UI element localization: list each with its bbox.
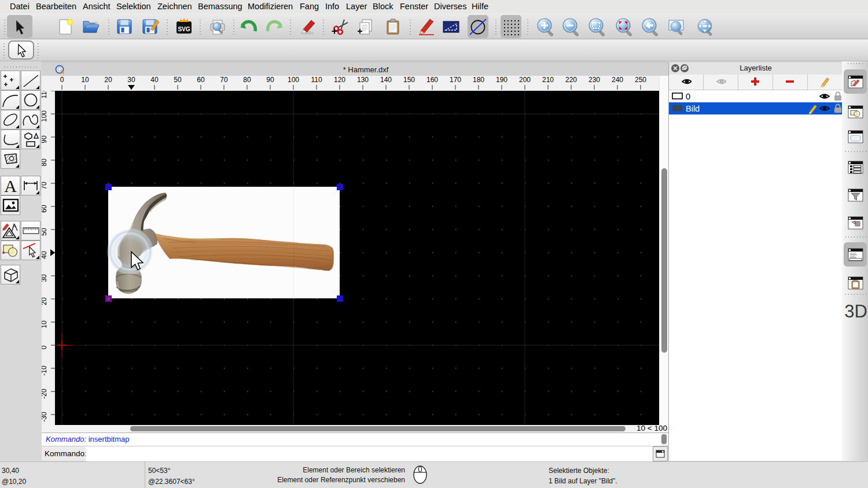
svg-text:70: 70 — [42, 182, 48, 190]
svg-text:20: 20 — [104, 76, 112, 84]
svg-text:40: 40 — [42, 251, 48, 259]
svg-text:170: 170 — [450, 76, 461, 84]
svg-text:190: 190 — [496, 76, 507, 84]
svg-text:40: 40 — [150, 76, 159, 84]
svg-text:60: 60 — [42, 205, 48, 213]
svg-text:110: 110 — [42, 91, 48, 99]
svg-text:50: 50 — [42, 228, 48, 236]
svg-text:0: 0 — [42, 345, 48, 349]
svg-text:-30: -30 — [42, 412, 48, 422]
svg-text:240: 240 — [612, 76, 623, 84]
svg-text:80: 80 — [243, 76, 251, 84]
svg-text:90: 90 — [42, 135, 48, 143]
svg-text:130: 130 — [357, 76, 369, 84]
svg-text:0: 0 — [686, 92, 690, 101]
svg-text:-10: -10 — [42, 365, 48, 376]
svg-text:220: 220 — [565, 76, 577, 84]
svg-text:100: 100 — [288, 76, 299, 84]
svg-text:SVG: SVG — [178, 26, 190, 32]
svg-text:60: 60 — [197, 76, 205, 84]
svg-text:120: 120 — [334, 76, 345, 84]
svg-text:10: 10 — [81, 76, 89, 84]
svg-text:Bild: Bild — [686, 104, 700, 113]
svg-text:70: 70 — [220, 76, 228, 84]
svg-text:0: 0 — [60, 76, 64, 84]
svg-text:150: 150 — [403, 76, 415, 84]
svg-text:10: 10 — [42, 320, 48, 328]
svg-text:180: 180 — [473, 76, 484, 84]
svg-text:90: 90 — [266, 76, 274, 84]
svg-text:30: 30 — [127, 76, 135, 84]
svg-text:230: 230 — [589, 76, 600, 84]
svg-text:100: 100 — [42, 110, 48, 122]
svg-text:30: 30 — [42, 274, 48, 282]
svg-text:80: 80 — [42, 158, 48, 167]
svg-text:20: 20 — [42, 297, 48, 305]
svg-text:140: 140 — [380, 76, 392, 84]
svg-text:250: 250 — [635, 76, 646, 84]
svg-text:50: 50 — [174, 76, 182, 84]
svg-text:-20: -20 — [42, 389, 48, 399]
svg-text:160: 160 — [426, 76, 438, 84]
svg-text:110: 110 — [311, 76, 322, 84]
svg-text:200: 200 — [519, 76, 531, 84]
svg-text:210: 210 — [542, 76, 554, 84]
svg-text:A: A — [4, 176, 17, 195]
